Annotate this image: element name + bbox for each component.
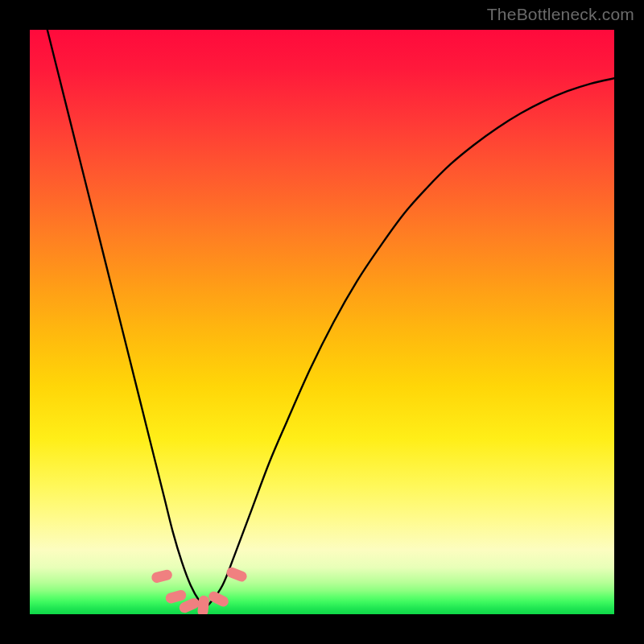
curve-markers	[151, 566, 249, 614]
watermark-text: TheBottleneck.com	[487, 5, 634, 24]
curve-marker	[225, 566, 249, 583]
curve-marker	[197, 595, 210, 614]
plot-area	[30, 30, 614, 614]
chart-frame: TheBottleneck.com	[0, 0, 644, 644]
curve-layer	[30, 30, 614, 614]
bottleneck-curve	[47, 30, 614, 606]
curve-marker	[151, 568, 173, 584]
